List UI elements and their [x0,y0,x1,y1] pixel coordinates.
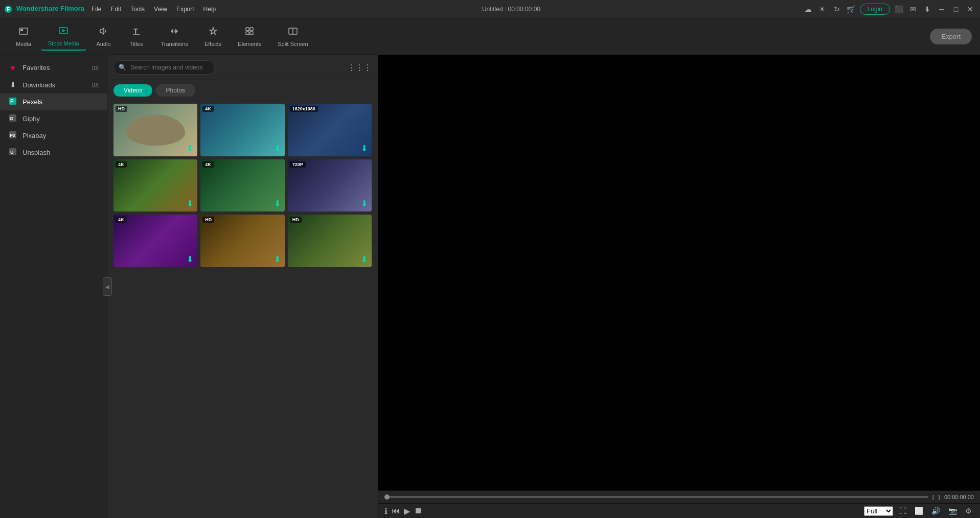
svg-text:G: G [10,116,13,121]
media-item-9[interactable]: HD ⬇ [288,215,372,267]
play-button[interactable]: ▶ [404,506,410,516]
toolbar-titles[interactable]: T Titles [121,23,152,50]
media-item-7[interactable]: 4K ⬇ [113,215,197,267]
sidebar-item-unsplash[interactable]: U Unsplash [0,144,107,161]
media-item-3[interactable]: 1620x1080 ⬇ [288,104,372,156]
menu-edit[interactable]: Edit [106,4,125,15]
sidebar-item-favorites[interactable]: ♥ Favorites (0) [0,59,107,76]
project-title: Untitled : 00:00:00:00 [482,6,540,13]
media-item-6[interactable]: 720P ⬇ [288,159,372,212]
minimize-button[interactable]: ─ [936,4,947,15]
pexels-label: Pexels [22,98,42,106]
toolbar-effects[interactable]: Effects [197,23,229,50]
toolbar-elements[interactable]: Elements [231,23,268,50]
favorites-count: (0) [92,65,99,71]
menu-export[interactable]: Export [172,4,198,15]
sidebar-item-pexels[interactable]: P Pexels [0,93,107,110]
download-icon-1[interactable]: ⬇ [187,144,193,153]
svg-text:Px: Px [10,133,15,138]
sidebar-collapse-button[interactable]: ◀ [103,277,112,296]
pexels-icon: P [8,98,17,106]
download-icon-9[interactable]: ⬇ [361,254,368,264]
main-area: ♥ Favorites (0) ⬇ Downloads (0) P Pexels… [0,55,980,518]
media-item-5[interactable]: 4K ⬇ [200,159,284,212]
menu-view[interactable]: View [150,4,171,15]
stock-media-icon [58,26,69,38]
playback-controls: { } 00:00:00:00 [378,490,980,503]
menu-tools[interactable]: Tools [126,4,149,15]
playback-thumb[interactable] [384,495,390,500]
screenshot-icon[interactable]: ⬛ [893,4,904,15]
login-button[interactable]: Login [860,4,890,15]
toolbar-split-screen[interactable]: Split Screen [270,23,315,50]
tab-videos[interactable]: Videos [113,84,152,97]
media-icon [18,26,29,39]
toolbar-stock-media[interactable]: Stock Media [41,22,86,51]
search-input[interactable] [113,60,215,75]
content-panel: 🔍 ⋮⋮⋮ Videos Photos HD ⬇ 4K ⬇ [107,55,378,518]
media-badge-9: HD [290,217,302,223]
titlebar-right: ☁ ☀ ↻ 🛒 Login ⬛ ✉ ⬇ ─ □ ✕ [803,4,976,15]
sidebar-item-downloads[interactable]: ⬇ Downloads (0) [0,76,107,93]
volume-icon[interactable]: 🔊 [929,506,942,516]
brightness-icon[interactable]: ☀ [817,4,828,15]
sidebar-item-pixabay[interactable]: Px Pixabay [0,127,107,144]
svg-rect-12 [250,32,253,35]
timecode-bracket-right: } [938,494,940,500]
sidebar-item-giphy[interactable]: G Giphy [0,110,107,127]
download-icon-2[interactable]: ⬇ [274,144,281,153]
download-icon-3[interactable]: ⬇ [361,144,368,153]
media-badge-3: 1620x1080 [290,106,318,112]
toolbar-audio[interactable]: Audio [88,23,119,50]
preview-screen [378,55,980,490]
fullscreen-icon[interactable]: ⛶ [897,506,908,516]
titles-label: Titles [130,41,143,47]
media-badge-7: 4K [116,217,127,223]
svg-marker-5 [62,29,65,32]
download-icon: ⬇ [8,80,17,89]
titlebar: F Wondershare Filmora File Edit Tools Vi… [0,0,980,18]
toolbar-media[interactable]: Media [8,23,39,50]
update-icon[interactable]: ↻ [831,4,842,15]
stop-button[interactable]: ⏹ [414,506,422,515]
downloads-label: Downloads [22,81,55,89]
download-icon-7[interactable]: ⬇ [187,254,193,264]
download-icon-6[interactable]: ⬇ [361,199,368,208]
transitions-label: Transitions [161,41,188,47]
download-icon-4[interactable]: ⬇ [187,199,193,208]
media-item-1[interactable]: HD ⬇ [113,104,197,156]
menu-help[interactable]: Help [199,4,220,15]
media-badge-6: 720P [290,161,306,168]
info-button[interactable]: ℹ [384,506,388,516]
playback-timeline[interactable] [384,496,928,498]
pixabay-icon: Px [8,131,17,140]
prev-frame-button[interactable]: ⏮ [392,506,400,515]
grid-view-icon[interactable]: ⋮⋮⋮ [347,63,372,73]
svg-text:T: T [133,27,138,35]
search-bar: 🔍 ⋮⋮⋮ [107,55,378,80]
favorites-label: Favorites [22,64,50,72]
crop-icon[interactable]: ⬜ [913,506,925,516]
download-icon-5[interactable]: ⬇ [274,199,281,208]
menu-file[interactable]: File [87,4,105,15]
media-item-4[interactable]: 4K ⬇ [113,159,197,212]
cart-icon[interactable]: 🛒 [846,4,857,15]
media-item-2[interactable]: 4K ⬇ [200,104,284,156]
mail-icon[interactable]: ✉ [907,4,919,15]
maximize-button[interactable]: □ [950,4,962,15]
close-button[interactable]: ✕ [965,4,976,15]
snapshot-icon[interactable]: 📷 [946,506,959,516]
media-item-8[interactable]: HD ⬇ [200,215,284,267]
toolbar-transitions[interactable]: Transitions [154,23,195,50]
svg-rect-10 [250,28,253,31]
tab-photos[interactable]: Photos [155,84,195,97]
download-icon[interactable]: ⬇ [922,4,933,15]
cloud-icon[interactable]: ☁ [803,4,814,15]
unsplash-icon: U [8,148,17,157]
settings-icon[interactable]: ⚙ [963,506,974,516]
download-icon-8[interactable]: ⬇ [274,254,281,264]
zoom-select[interactable]: Full 50% 75% 100% [864,506,893,516]
export-button[interactable]: Export [930,29,972,44]
sidebar: ♥ Favorites (0) ⬇ Downloads (0) P Pexels… [0,55,107,518]
downloads-count: (0) [92,82,99,88]
